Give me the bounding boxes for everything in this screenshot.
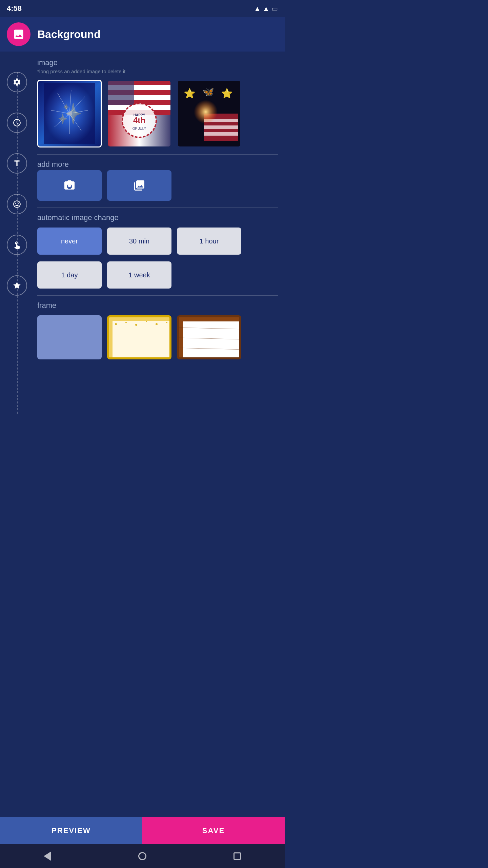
frame-item-gold[interactable] [107, 315, 171, 359]
camera-icon [63, 179, 76, 192]
svg-rect-42 [183, 321, 239, 357]
camera-button[interactable] [37, 170, 102, 201]
svg-rect-34 [113, 321, 170, 358]
page-title: Background [37, 28, 101, 41]
divider-3 [37, 295, 278, 296]
sidebar-item-star[interactable] [7, 275, 27, 296]
auto-change-row-2: 1 day 1 week [37, 261, 278, 289]
sidebar-item-settings[interactable] [7, 72, 27, 92]
sidebar-item-touch[interactable] [7, 235, 27, 255]
gallery-item-0[interactable] [37, 80, 102, 147]
auto-change-title: automatic image change [37, 213, 278, 222]
auto-change-never[interactable]: never [37, 228, 102, 255]
clock-icon [13, 118, 21, 127]
image-gallery: HAPPY 4th OF JULY [37, 80, 278, 147]
svg-point-38 [146, 321, 147, 322]
sidebar-item-text[interactable] [7, 153, 27, 174]
gallery-button[interactable] [107, 170, 171, 201]
svg-text:4th: 4th [133, 116, 145, 125]
auto-change-row-1: never 30 min 1 hour [37, 228, 278, 255]
sidebar [0, 52, 34, 434]
wifi-icon: ▲ [254, 5, 261, 13]
gallery-image-sparkler: ⭐ 🦋 ⭐ [178, 81, 240, 146]
svg-point-37 [135, 324, 137, 326]
text-icon [13, 159, 21, 168]
gallery-image-flag: HAPPY 4th OF JULY [108, 81, 170, 146]
status-bar: 4:58 ▲ ▲ ▭ [0, 0, 285, 17]
main-layout: image *long press an added image to dele… [0, 52, 285, 434]
header: Background [0, 17, 285, 52]
sidebar-item-emoji[interactable] [7, 194, 27, 214]
add-more-title: add more [37, 160, 278, 169]
header-avatar [7, 22, 30, 46]
auto-change-1day[interactable]: 1 day [37, 261, 102, 289]
divider-1 [37, 154, 278, 155]
status-icons: ▲ ▲ ▭ [254, 4, 278, 13]
sidebar-item-clock[interactable] [7, 113, 27, 133]
svg-point-40 [166, 322, 167, 323]
battery-icon: ▭ [271, 4, 278, 13]
touch-icon [13, 240, 21, 249]
image-section-subtitle: *long press an added image to delete it [37, 68, 278, 74]
auto-change-30min[interactable]: 30 min [107, 228, 171, 255]
add-more-buttons [37, 170, 278, 201]
emoji-icon [13, 200, 21, 209]
svg-point-35 [115, 323, 117, 325]
image-section-title: image [37, 58, 278, 67]
frame-gallery [37, 315, 278, 359]
auto-change-1hour[interactable]: 1 hour [177, 228, 241, 255]
frame-item-wood[interactable] [177, 315, 241, 359]
svg-point-36 [125, 322, 127, 323]
gallery-item-2[interactable]: ⭐ 🦋 ⭐ [177, 80, 241, 147]
auto-change-1week[interactable]: 1 week [107, 261, 171, 289]
content-area: image *long press an added image to dele… [34, 52, 285, 434]
gallery-icon [133, 179, 145, 192]
signal-icon: ▲ [263, 5, 269, 13]
status-time: 4:58 [7, 4, 22, 13]
svg-text:⭐: ⭐ [221, 88, 233, 99]
star-icon [13, 281, 21, 290]
divider-2 [37, 208, 278, 208]
settings-icon [13, 78, 21, 86]
image-icon [13, 28, 25, 40]
svg-rect-18 [108, 81, 134, 105]
gallery-image-fireworks [38, 81, 101, 146]
svg-point-9 [67, 111, 72, 116]
svg-text:⭐: ⭐ [184, 88, 196, 99]
svg-point-29 [194, 100, 218, 124]
svg-text:OF JULY: OF JULY [133, 127, 146, 131]
svg-text:🦋: 🦋 [202, 86, 214, 97]
frame-item-plain[interactable] [37, 315, 102, 359]
svg-rect-27 [204, 125, 238, 129]
frame-section-title: frame [37, 301, 278, 310]
gallery-item-1[interactable]: HAPPY 4th OF JULY [107, 80, 171, 147]
svg-rect-28 [204, 132, 238, 136]
svg-point-39 [156, 323, 158, 325]
